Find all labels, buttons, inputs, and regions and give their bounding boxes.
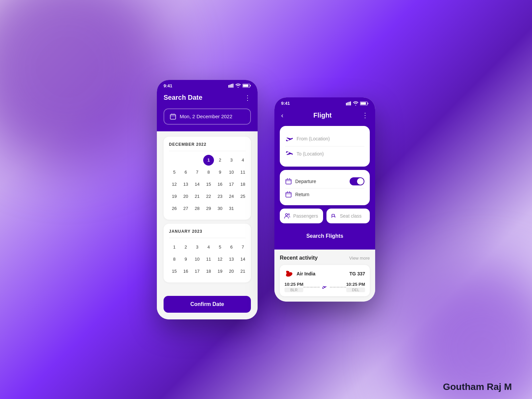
- january-label: JANUARY 2023: [169, 229, 246, 234]
- cal-day[interactable]: 30: [215, 203, 225, 214]
- cal-day[interactable]: 2: [180, 242, 191, 253]
- svg-point-31: [286, 271, 288, 273]
- cal-day[interactable]: 3: [192, 242, 203, 253]
- date-pill[interactable]: Mon, 2 December 2022: [164, 108, 251, 125]
- cal-day[interactable]: 5: [215, 242, 225, 253]
- cal-day[interactable]: 31: [226, 203, 237, 214]
- cal-day[interactable]: 18: [237, 179, 248, 190]
- cal-day[interactable]: 17: [226, 179, 237, 190]
- svg-rect-17: [368, 103, 368, 104]
- confirm-date-button[interactable]: Confirm Date: [164, 296, 251, 313]
- right-phone: 9:41 ‹ Flight ⋮: [274, 97, 375, 302]
- arr-code: DEL: [346, 287, 365, 292]
- cal-day[interactable]: 11: [203, 254, 214, 265]
- cal-day[interactable]: 8: [169, 254, 180, 265]
- cal-day[interactable]: 18: [203, 266, 214, 277]
- cal-day[interactable]: 1: [169, 242, 180, 253]
- svg-rect-25: [289, 191, 290, 193]
- cal-day[interactable]: 10: [192, 254, 203, 265]
- return-left: Return: [285, 191, 309, 198]
- cal-day[interactable]: 2: [215, 155, 225, 166]
- cal-day[interactable]: 4: [203, 242, 214, 253]
- svg-rect-18: [286, 179, 291, 184]
- status-time-left: 9:41: [164, 83, 172, 88]
- cal-day[interactable]: 23: [215, 191, 225, 202]
- status-icons-left: [228, 84, 251, 88]
- departure-row[interactable]: Departure: [285, 175, 364, 188]
- cal-day[interactable]: 14: [192, 179, 203, 190]
- cal-day[interactable]: 15: [203, 179, 214, 190]
- flight-content: From (Location) To (Location): [274, 126, 375, 250]
- cal-day[interactable]: 16: [215, 179, 225, 190]
- cal-day[interactable]: 28: [192, 203, 203, 214]
- cal-day[interactable]: 5: [169, 167, 180, 178]
- search-flights-button[interactable]: Search Flights: [280, 228, 370, 244]
- cal-day[interactable]: 15: [169, 266, 180, 277]
- cal-day[interactable]: 25: [237, 191, 248, 202]
- seat-class-button[interactable]: Seat class: [326, 209, 370, 223]
- flight-card-top: Air India TG 337: [284, 269, 365, 278]
- cal-day[interactable]: 21: [237, 266, 248, 277]
- cal-day[interactable]: 8: [203, 167, 214, 178]
- cal-day[interactable]: 19: [169, 191, 180, 202]
- from-label: From (Location): [297, 136, 330, 141]
- cal-day[interactable]: 1: [203, 155, 214, 166]
- view-more-link[interactable]: View more: [349, 256, 370, 261]
- left-more-icon[interactable]: ⋮: [244, 94, 251, 102]
- options-row: Passengers Seat class: [280, 209, 370, 223]
- cal-day[interactable]: 27: [180, 203, 191, 214]
- cal-day[interactable]: 20: [226, 266, 237, 277]
- from-row[interactable]: From (Location): [285, 131, 364, 146]
- svg-rect-28: [332, 214, 335, 216]
- cal-day[interactable]: 9: [215, 167, 225, 178]
- takeoff-icon: [285, 135, 293, 143]
- svg-rect-13: [349, 102, 350, 105]
- cal-day[interactable]: 4: [237, 155, 248, 166]
- svg-rect-11: [346, 103, 347, 105]
- cal-day[interactable]: 13: [226, 254, 237, 265]
- right-more-icon[interactable]: ⋮: [362, 111, 368, 119]
- dep-code: BLR: [284, 287, 303, 292]
- january-calendar: JANUARY 2023 1 2 3 4 5 6 7 8 9 10 11 12 …: [164, 224, 251, 282]
- svg-rect-1: [230, 85, 231, 88]
- svg-rect-6: [250, 85, 251, 86]
- route-arrival: 10:25 PM DEL: [346, 282, 365, 292]
- departure-toggle[interactable]: [350, 177, 364, 185]
- december-calendar: DECEMBER 2022 1 2 3 4 5 6 7 8 9 10: [164, 137, 251, 220]
- status-bar-left: 9:41: [157, 80, 258, 90]
- cal-day[interactable]: 6: [180, 167, 191, 178]
- phones-container: 9:41 Search Date ⋮ Mon, 2 December 202: [157, 80, 375, 319]
- cal-day[interactable]: 9: [180, 254, 191, 265]
- cal-day[interactable]: 22: [203, 191, 214, 202]
- cal-day[interactable]: 12: [169, 179, 180, 190]
- cal-day[interactable]: 14: [237, 254, 248, 265]
- flight-card[interactable]: Air India TG 337 10:25 PM BLR: [280, 265, 370, 296]
- date-selector[interactable]: Mon, 2 December 2022: [157, 108, 258, 131]
- cal-day[interactable]: 19: [215, 266, 225, 277]
- cal-day[interactable]: 20: [180, 191, 191, 202]
- cal-day[interactable]: 6: [226, 242, 237, 253]
- recent-header: Recent activity View more: [280, 255, 370, 261]
- svg-rect-16: [361, 102, 366, 104]
- cal-day[interactable]: 7: [237, 242, 248, 253]
- cal-day[interactable]: 13: [180, 179, 191, 190]
- cal-day[interactable]: 16: [180, 266, 191, 277]
- cal-day[interactable]: 12: [215, 254, 225, 265]
- cal-day[interactable]: 10: [226, 167, 237, 178]
- flight-route: 10:25 PM BLR 10:25 PM DEL: [284, 282, 365, 292]
- return-row[interactable]: Return: [285, 188, 364, 201]
- passengers-button[interactable]: Passengers: [280, 209, 323, 223]
- cal-day[interactable]: 24: [226, 191, 237, 202]
- calendar-dep-icon: [285, 178, 292, 185]
- to-row[interactable]: To (Location): [285, 146, 364, 161]
- cal-day[interactable]: 7: [192, 167, 203, 178]
- cal-day[interactable]: 29: [203, 203, 214, 214]
- cal-day[interactable]: 17: [192, 266, 203, 277]
- cal-day[interactable]: 26: [169, 203, 180, 214]
- cal-day[interactable]: 21: [192, 191, 203, 202]
- cal-day[interactable]: 11: [237, 167, 248, 178]
- author-label: Goutham Raj M: [443, 382, 512, 392]
- cal-day[interactable]: 3: [226, 155, 237, 166]
- calendar-icon: [170, 113, 176, 120]
- back-button[interactable]: ‹: [281, 112, 283, 119]
